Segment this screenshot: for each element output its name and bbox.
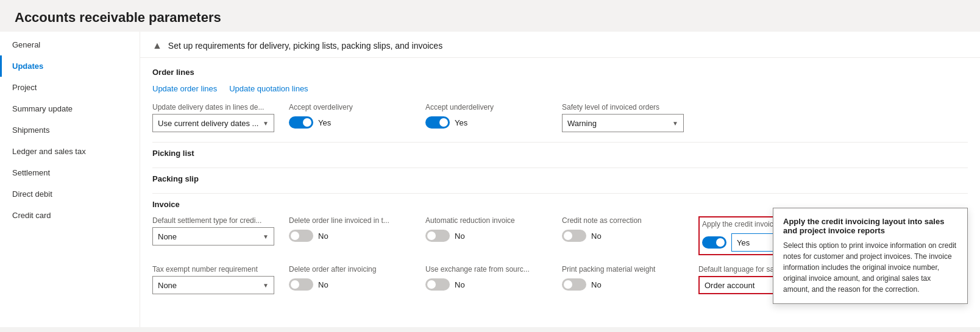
auto-reduction-value: No [455,231,465,241]
underdelivery-toggle-knob [439,118,448,127]
exchange-rate-toggle-group: No [425,278,547,291]
order-lines-fields: Update delivery dates in lines de... Use… [152,103,968,132]
delete-order-after-label: Delete order after invoicing [289,265,411,274]
divider-3 [152,193,968,194]
overdelivery-label: Accept overdelivery [289,103,411,111]
print-packing-toggle[interactable] [562,278,586,291]
safety-level-field: Safety level of invoiced orders Warning … [562,103,684,132]
page-title: Accounts receivable parameters [0,0,980,32]
delete-order-line-toggle-group: No [289,230,411,242]
exchange-rate-field: Use exchange rate from sourc... No [425,265,547,291]
credit-note-label: Credit note as correction [562,216,684,225]
content-area: Order lines Update order lines Update qu… [140,58,980,314]
sidebar-item-project[interactable]: Project [0,77,140,98]
auto-reduction-toggle[interactable] [425,230,450,242]
delivery-dates-label: Update delivery dates in lines de... [152,103,274,111]
safety-level-dropdown[interactable]: Warning ▼ [562,114,684,132]
print-packing-toggle-group: No [562,278,684,291]
sidebar-item-direct-debit[interactable]: Direct debit [0,183,140,205]
delivery-dates-dropdown[interactable]: Use current delivery dates ... ▼ [152,114,274,132]
delivery-dates-field: Update delivery dates in lines de... Use… [152,103,274,132]
packing-slip-title: Packing slip [152,174,968,186]
delete-order-line-toggle[interactable] [289,230,313,242]
credit-note-value: No [591,231,602,241]
delete-order-after-toggle-group: No [289,278,411,291]
section-header: ▲ Set up requirements for delivery, pick… [140,32,980,58]
default-settlement-label: Default settlement type for credi... [152,216,274,225]
picking-list-title: Picking list [152,149,968,160]
overdelivery-toggle-group: Yes [289,116,411,129]
delete-order-after-value: No [318,280,328,289]
credit-note-toggle-group: No [562,230,684,242]
order-lines-links: Update order lines Update quotation line… [152,84,968,93]
sidebar: General Updates Project Summary update S… [0,32,140,327]
underdelivery-label: Accept underdelivery [425,103,547,111]
print-packing-knob [564,280,572,289]
underdelivery-field: Accept underdelivery Yes [425,103,547,129]
tax-exempt-label: Tax exempt number requirement [152,265,274,274]
collapse-icon[interactable]: ▲ [152,40,162,51]
default-settlement-field: Default settlement type for credi... Non… [152,216,274,245]
divider-2 [152,168,968,168]
delete-order-after-field: Delete order after invoicing No [289,265,411,291]
overdelivery-toggle-knob [303,118,311,127]
update-quotation-lines-link[interactable]: Update quotation lines [229,84,308,93]
tax-exempt-dropdown[interactable]: None ▼ [152,276,274,294]
overdelivery-field: Accept overdelivery Yes [289,103,411,129]
delete-order-after-toggle[interactable] [289,278,313,291]
auto-reduction-label: Automatic reduction invoice [425,216,547,225]
print-packing-value: No [591,280,602,289]
packing-slip-section: Packing slip [152,174,968,186]
divider-1 [152,142,968,143]
picking-list-section: Picking list [152,149,968,160]
update-order-lines-link[interactable]: Update order lines [152,84,217,93]
apply-credit-knob [716,238,725,247]
print-packing-label: Print packing material weight [562,265,684,274]
auto-reduction-knob [427,231,436,240]
sidebar-item-credit-card[interactable]: Credit card [0,205,140,226]
sidebar-item-shipments[interactable]: Shipments [0,119,140,141]
apply-credit-toggle[interactable] [702,236,726,249]
overdelivery-value: Yes [318,118,331,127]
auto-reduction-toggle-group: No [425,230,547,242]
delete-order-line-field: Delete order line invoiced in t... No [289,216,411,242]
tooltip-text: Select this option to print invoice info… [783,240,957,295]
content-wrapper: Order lines Update order lines Update qu… [152,68,968,294]
exchange-rate-value: No [455,280,465,289]
credit-note-field: Credit note as correction No [562,216,684,242]
exchange-rate-knob [427,280,436,289]
sidebar-item-general[interactable]: General [0,34,140,55]
delete-order-line-knob [291,231,299,240]
sidebar-item-ledger-sales-tax[interactable]: Ledger and sales tax [0,141,140,162]
exchange-rate-toggle[interactable] [425,278,450,291]
sidebar-item-summary-update[interactable]: Summary update [0,98,140,119]
exchange-rate-label: Use exchange rate from sourc... [425,265,547,274]
tooltip-box: Apply the credit invoicing layout into s… [773,208,968,304]
sidebar-item-settlement[interactable]: Settlement [0,162,140,183]
overdelivery-toggle[interactable] [289,116,313,129]
section-header-text: Set up requirements for delivery, pickin… [168,41,442,51]
default-settlement-arrow: ▼ [263,233,269,240]
underdelivery-toggle[interactable] [425,116,450,129]
tooltip-title: Apply the credit invoicing layout into s… [783,217,957,235]
safety-level-dropdown-arrow: ▼ [672,120,678,127]
delivery-dates-dropdown-arrow: ▼ [263,120,269,127]
tax-exempt-field: Tax exempt number requirement None ▼ [152,265,274,294]
underdelivery-toggle-group: Yes [425,116,547,129]
underdelivery-value: Yes [455,118,467,127]
credit-note-knob [564,231,572,240]
delete-order-after-knob [291,280,299,289]
safety-level-label: Safety level of invoiced orders [562,103,684,111]
print-packing-field: Print packing material weight No [562,265,684,291]
order-lines-title: Order lines [152,68,968,79]
tax-exempt-arrow: ▼ [263,282,269,289]
credit-note-toggle[interactable] [562,230,586,242]
sidebar-item-updates[interactable]: Updates [0,55,140,77]
auto-reduction-field: Automatic reduction invoice No [425,216,547,242]
delete-order-line-value: No [318,231,328,241]
delete-order-line-label: Delete order line invoiced in t... [289,216,411,225]
default-settlement-dropdown[interactable]: None ▼ [152,227,274,245]
main-content: ▲ Set up requirements for delivery, pick… [140,32,980,327]
order-lines-section: Order lines Update order lines Update qu… [152,68,968,132]
